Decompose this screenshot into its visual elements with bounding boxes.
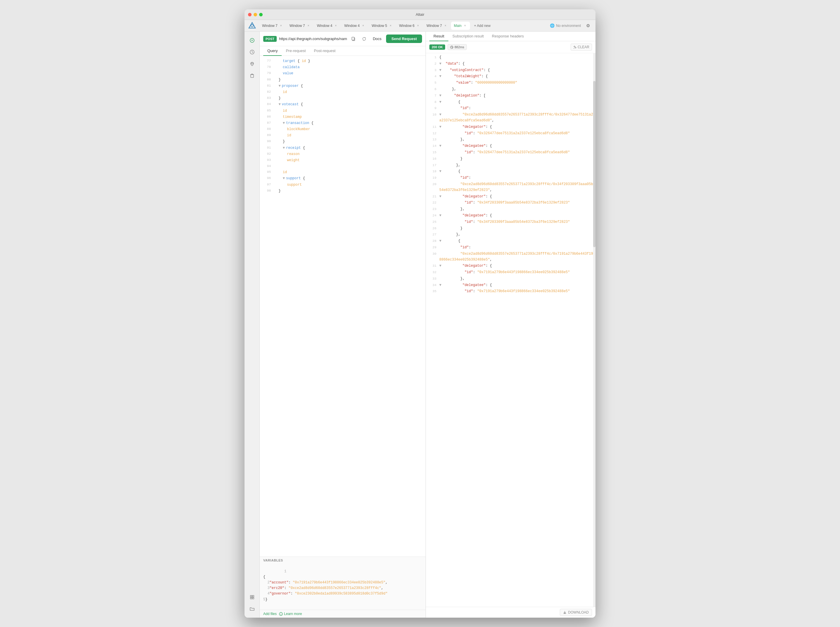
svg-point-1 xyxy=(251,25,253,27)
sidebar-item-folder[interactable] xyxy=(247,603,257,614)
svg-rect-5 xyxy=(251,74,254,77)
tab-close-icon[interactable]: × xyxy=(361,24,365,28)
variables-label: VARIABLES xyxy=(263,559,422,562)
code-line: 82 id xyxy=(260,89,426,95)
scrollbar-track[interactable] xyxy=(593,53,596,607)
svg-rect-11 xyxy=(352,37,354,40)
tab-close-icon[interactable]: × xyxy=(388,24,392,28)
url-input[interactable] xyxy=(279,36,347,41)
sidebar xyxy=(244,32,260,618)
result-line: 24 ▼ "delegatee": { xyxy=(426,213,596,219)
add-files-link[interactable]: Add files xyxy=(263,612,277,616)
add-files-bar: Add files i Learn more xyxy=(260,610,426,618)
time-badge: 882ms xyxy=(448,44,467,50)
maximize-button[interactable] xyxy=(259,13,263,16)
tab-close-icon[interactable]: × xyxy=(416,24,420,28)
tab-window7-2[interactable]: Window 7 × xyxy=(287,22,314,30)
tab-query[interactable]: Query xyxy=(263,46,282,56)
download-button[interactable]: DOWNLOAD xyxy=(560,609,592,616)
sidebar-item-history[interactable] xyxy=(247,47,257,57)
result-line: 3 ▼ "votingContract": { xyxy=(426,67,596,74)
tab-window5[interactable]: Window 5 × xyxy=(369,22,396,30)
variables-editor[interactable]: 1 { 2"account": "0x7191a279b6e443f198866… xyxy=(263,563,422,608)
result-line: 7 ▼ "delegation": [ xyxy=(426,93,596,99)
download-icon xyxy=(563,611,567,614)
scrollbar-thumb[interactable] xyxy=(593,81,596,247)
code-line: 84 ▼votecast { xyxy=(260,101,426,108)
learn-more-link[interactable]: i Learn more xyxy=(279,612,302,616)
result-line: 5 "value": "600000000000000000" xyxy=(426,80,596,86)
sidebar-item-grid[interactable] xyxy=(247,592,257,602)
request-bar: POST xyxy=(260,32,426,46)
send-request-button[interactable]: Send Request xyxy=(386,35,422,43)
app-window: Altair Window 7 × Window 7 × Window 4 × … xyxy=(244,9,596,618)
result-line: 27 }, xyxy=(426,232,596,238)
tab-window4-1[interactable]: Window 4 × xyxy=(314,22,341,30)
tab-close-icon[interactable]: × xyxy=(463,24,467,28)
result-line: 29 "id": xyxy=(426,244,596,251)
tab-close-icon[interactable]: × xyxy=(279,24,283,28)
clear-button[interactable]: CLEAR xyxy=(571,44,592,50)
result-line: 22 "id": "0x34f203309f3aaa05b54e8372ba3f… xyxy=(426,200,596,206)
result-line: 13 }, xyxy=(426,137,596,143)
copy-button[interactable] xyxy=(350,35,358,43)
add-new-button[interactable]: + Add new xyxy=(472,22,493,29)
tab-window6[interactable]: Window 6 × xyxy=(396,22,423,30)
close-button[interactable] xyxy=(248,13,252,16)
tab-pre-request[interactable]: Pre-request xyxy=(282,46,310,56)
method-badge: POST xyxy=(263,36,277,42)
clock-icon xyxy=(450,46,453,49)
result-line: 6 }, xyxy=(426,86,596,93)
settings-button[interactable]: ⚙ xyxy=(584,22,592,30)
result-area: Result Subscription result Response head… xyxy=(426,32,596,618)
result-line: 33 }, xyxy=(426,276,596,282)
sidebar-item-trash[interactable] xyxy=(247,70,257,81)
docs-button[interactable]: Docs xyxy=(370,35,384,42)
result-line: 4 ▼ "totalWeight": { xyxy=(426,73,596,80)
sidebar-item-query[interactable] xyxy=(247,35,257,46)
tab-post-request[interactable]: Post-request xyxy=(310,46,340,56)
variables-section: VARIABLES 1 { 2"account": "0x7191a279b6e… xyxy=(260,556,426,610)
result-line: 25 "id": "0x34f203309f3aaa05b54e8372ba3f… xyxy=(426,219,596,225)
code-line: 87 ▼transaction { xyxy=(260,120,426,126)
minimize-button[interactable] xyxy=(254,13,257,16)
tab-close-icon[interactable]: × xyxy=(443,24,448,28)
result-tabs: Result Subscription result Response head… xyxy=(426,32,596,41)
code-line: 77 target { id } xyxy=(260,58,426,65)
tab-window4-2[interactable]: Window 4 × xyxy=(341,22,368,30)
tab-response-headers[interactable]: Response headers xyxy=(488,32,528,41)
code-line: 90 } xyxy=(260,139,426,145)
result-line: 8 ▼ { xyxy=(426,99,596,106)
code-line: 97 support xyxy=(260,182,426,188)
code-line: 81 ▼proposer { xyxy=(260,83,426,89)
tab-result[interactable]: Result xyxy=(429,32,448,41)
request-bar-icons xyxy=(350,35,368,43)
code-line: 96 ▼support { xyxy=(260,175,426,181)
result-line: 17 }, xyxy=(426,162,596,169)
tab-main[interactable]: Main × xyxy=(451,22,470,30)
result-line: 23 }, xyxy=(426,206,596,213)
tab-close-icon[interactable]: × xyxy=(334,24,338,28)
result-line: 16 } xyxy=(426,156,596,162)
result-line: 21 ▼ "delegator": { xyxy=(426,194,596,200)
refresh-button[interactable] xyxy=(360,35,368,43)
environment-selector[interactable]: 🌐 No environment xyxy=(550,24,581,28)
request-area: POST xyxy=(260,32,426,618)
result-line: 9 "id": xyxy=(426,105,596,112)
svg-rect-7 xyxy=(252,595,254,597)
svg-rect-9 xyxy=(252,597,254,599)
tab-window7-3[interactable]: Window 7 × xyxy=(424,22,451,30)
code-line: 83 } xyxy=(260,95,426,101)
code-line: 95 id xyxy=(260,169,426,175)
result-line: 35 "id": "0x7191a279b6e443f198866ec334ee… xyxy=(426,288,596,295)
query-editor[interactable]: 77 target { id } 78 calldata 79 value 80… xyxy=(260,56,426,556)
result-line: 2 ▼ "data": { xyxy=(426,61,596,67)
tab-window7-1[interactable]: Window 7 × xyxy=(259,22,286,30)
traffic-lights xyxy=(248,13,263,16)
tab-close-icon[interactable]: × xyxy=(306,24,310,28)
result-line: 30 "0xce2ad8d96d60dd83557e2653771a2393c2… xyxy=(426,251,596,263)
sidebar-item-location[interactable] xyxy=(247,58,257,69)
tab-subscription[interactable]: Subscription result xyxy=(448,32,488,41)
svg-text:i: i xyxy=(281,613,281,616)
result-line: 1 { xyxy=(426,54,596,61)
